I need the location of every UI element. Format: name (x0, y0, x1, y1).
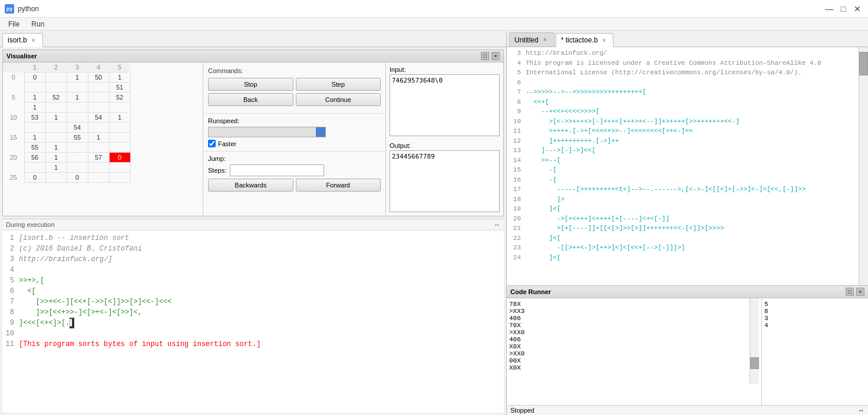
right-panel: Untitled × * tictactoe.b × 3 http://brai… (507, 31, 868, 415)
runner-status-text: Stopped (510, 407, 534, 414)
editor-line: 9 --+<<+<<<<>>>>[ (507, 107, 859, 117)
menu-file[interactable]: File (2, 19, 25, 29)
runner-right-area: 5 8 3 4 (762, 298, 868, 405)
code-line: 8 ]>>[<<+>>-]<[>+<-]<[>>]<, (5, 307, 501, 318)
editor-scrollbar[interactable] (859, 47, 868, 285)
code-area[interactable]: 1 [isort.b -- insertion sort 2 (c) 2016 … (2, 230, 504, 413)
faster-checkbox-input[interactable] (208, 140, 216, 147)
editor-line: 16 -[ (507, 175, 859, 185)
editor-line: 21 >[+[----]]+[[<[>]>>[>]]+++++++<<-[<]]… (507, 223, 859, 233)
code-runner-body: 78X >XX3 406 70X >XX0 406 X0X >XX0 00X X… (507, 298, 868, 405)
scrollbar-thumb[interactable] (859, 52, 868, 75)
slider-fill (316, 127, 325, 137)
code-runner-panel: Code Runner □ × 78X >XX3 406 70X >XX0 40… (507, 285, 868, 415)
output-section: Output: 23445667789 (390, 142, 500, 212)
runner-scrollbar[interactable] (750, 298, 759, 384)
visualiser-body: 1 2 3 4 5 0 0 1 (3, 62, 503, 216)
array-grid[interactable]: 1 2 3 4 5 0 0 1 (3, 62, 203, 216)
table-row: 5 1 52 1 52 (3, 93, 130, 103)
tab-isort-close[interactable]: × (29, 36, 38, 44)
editor-line: 14 >>--[ (507, 156, 859, 166)
resize-icon: ↔ (494, 221, 500, 228)
input-textarea[interactable]: 74629573648\0 (390, 74, 500, 136)
io-section: Input: 74629573648\0 Output: 23445667789 (385, 62, 503, 216)
tab-tictactoe[interactable]: * tictactoe.b × (556, 33, 614, 47)
editor-line: 24 ]<[ (507, 253, 859, 263)
jump-section: Jump: Steps: Backwards Forward (203, 151, 385, 197)
app-title: python (18, 5, 39, 13)
runspeed-title: Runspeed: (208, 117, 381, 124)
editor-section: Untitled × * tictactoe.b × 3 http://brai… (507, 31, 868, 285)
left-tab-bar: isort.b × (0, 31, 506, 47)
runner-line: 00X (509, 357, 759, 364)
faster-label: Faster (218, 140, 236, 147)
runner-line: 406 (509, 336, 759, 343)
menu-bar: File Run (0, 18, 868, 31)
continue-button[interactable]: Continue (296, 93, 381, 106)
code-runner-controls: □ × (846, 288, 864, 296)
minimize-button[interactable]: — (823, 3, 835, 15)
editor-line: 6 (507, 78, 859, 88)
code-runner-header: Code Runner □ × (507, 286, 868, 298)
runner-line: 406 (509, 315, 759, 322)
runspeed-slider[interactable] (208, 127, 326, 137)
editor-line: 3 http://brainfuck.org/ (507, 48, 859, 58)
code-line: 10 (5, 328, 501, 339)
slider-container (208, 127, 381, 137)
input-label: Input: (390, 66, 500, 73)
table-row: 1 (3, 163, 130, 173)
editor-line: 15 -[ (507, 165, 859, 175)
runner-right-line: 3 (764, 315, 866, 322)
stop-button[interactable]: Stop (208, 78, 293, 91)
runner-scrollbar-thumb[interactable] (750, 357, 759, 369)
table-row: 55 1 (3, 143, 130, 153)
commands-grid: Stop Step Back Continue (208, 78, 381, 106)
table-row: 10 53 1 54 1 (3, 113, 130, 123)
editor-content[interactable]: 3 http://brainfuck.org/ 4 This program i… (507, 47, 859, 285)
runner-output-right[interactable]: 5 8 3 4 (762, 298, 868, 405)
step-button[interactable]: Step (296, 78, 381, 91)
runner-line: >XX0 (509, 329, 759, 336)
tab-untitled[interactable]: Untitled × (509, 32, 555, 47)
tab-tictactoe-close[interactable]: × (600, 36, 608, 44)
runner-line: 78X (509, 301, 759, 308)
main-layout: isort.b × Visualiser □ × (0, 31, 868, 415)
output-textarea[interactable]: 23445667789 (390, 150, 500, 212)
table-row: 54 (3, 123, 130, 133)
code-line: 11 [This program sorts bytes of input us… (5, 339, 501, 350)
visualiser-close-btn[interactable]: × (491, 52, 500, 60)
editor-scrollbar-top (866, 0, 868, 17)
code-runner-title: Code Runner (510, 288, 551, 295)
jump-title: Jump: (208, 155, 381, 162)
code-runner-expand-btn[interactable]: □ (846, 288, 854, 296)
steps-input[interactable] (230, 164, 324, 176)
table-row: 51 (3, 83, 130, 93)
forward-button[interactable]: Forward (296, 179, 381, 192)
editor-line: 7 -->>>>>-->-->>>>>>>>>>++++++++[ (507, 87, 859, 97)
left-panel: isort.b × Visualiser □ × (0, 31, 507, 415)
code-line: 5 >>+>,[ (5, 275, 501, 286)
code-runner-close-btn[interactable]: × (856, 288, 864, 296)
back-button[interactable]: Back (208, 93, 293, 106)
runner-right-line: 5 (764, 301, 866, 308)
app-icon: py (5, 4, 14, 14)
code-line: 7 [>>+<<-][<<+[->>[<]]>>[>]<<-]<<< (5, 297, 501, 307)
tab-untitled-close[interactable]: × (541, 36, 549, 44)
runner-line: X0X (509, 343, 759, 350)
visualiser-panel: Visualiser □ × 1 2 3 (2, 50, 504, 216)
tab-untitled-label: Untitled (514, 36, 539, 44)
maximize-button[interactable]: □ (837, 3, 849, 15)
faster-checkbox-row[interactable]: Faster (208, 140, 381, 147)
close-button[interactable]: ✕ (852, 3, 863, 15)
menu-run[interactable]: Run (25, 19, 50, 29)
code-line: 6 <[ (5, 286, 501, 297)
table-row: 20 56 1 57 0 (3, 153, 130, 163)
visualiser-controls: □ × (481, 52, 500, 60)
backwards-button[interactable]: Backwards (208, 179, 293, 192)
editor-line: 4 This program is licensed under a Creat… (507, 58, 859, 68)
runner-output-left[interactable]: 78X >XX3 406 70X >XX0 406 X0X >XX0 00X X… (507, 298, 762, 405)
tab-isort[interactable]: isort.b × (2, 33, 43, 47)
editor-line: 12 ]++++++++++.[->]++ (507, 136, 859, 146)
runner-resize-icon: ↔ (858, 407, 864, 414)
visualiser-resize-btn[interactable]: □ (481, 52, 489, 60)
